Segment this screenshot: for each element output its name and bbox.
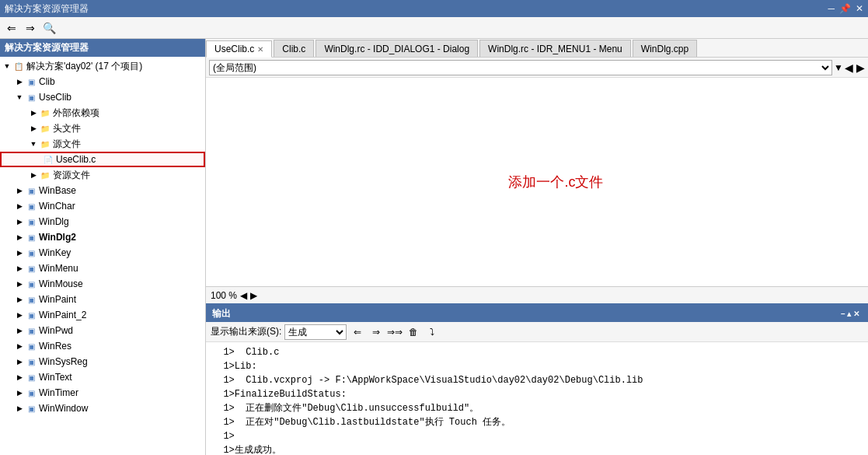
output-line-7: 1> [212,429,862,443]
sidebar-title: 解决方案资源管理器 [0,39,205,57]
output-source-select[interactable]: 生成 [284,324,347,340]
scope-select[interactable]: (全局范围) [209,60,832,75]
winwindow-icon: ▣ [25,402,37,415]
scope-nav-btn-1[interactable]: ◀ [845,61,853,74]
windlg-icon: ▣ [25,215,37,228]
folder-external-icon: 📁 [39,107,51,119]
toolbar-btn-search[interactable]: 🔍 [40,19,58,37]
expand-resources[interactable]: ▶ [28,170,39,180]
winwindow-label: WinWindow [37,403,88,414]
winres-icon: ▣ [25,340,37,352]
expand-solution[interactable]: ▼ [2,61,12,72]
tree-item-winmenu[interactable]: ▶ ▣ WinMenu [0,261,205,276]
output-btn-1[interactable]: ⇐ [350,324,365,340]
tree-item-wintimer[interactable]: ▶ ▣ WinTimer [0,385,205,401]
resources-label: 资源文件 [51,169,90,182]
tree-item-solution[interactable]: ▼ 📋 解决方案'day02' (17 个项目) [0,58,205,74]
winmouse-icon: ▣ [25,278,37,290]
expand-winwindow[interactable]: ▶ [14,403,25,414]
winbase-icon: ▣ [25,184,37,197]
sidebar: 解决方案资源管理器 ▼ 📋 解决方案'day02' (17 个项目) ▶ ▣ C… [0,39,206,455]
close-btn[interactable]: ✕ [856,3,863,14]
expand-headers[interactable]: ▶ [28,123,39,134]
expand-winkey[interactable]: ▶ [14,247,25,258]
solution-label: 解决方案'day02' (17 个项目) [25,60,142,73]
expand-wintext[interactable]: ▶ [14,372,25,383]
tree-item-winpwd[interactable]: ▶ ▣ WinPwd [0,323,205,338]
external-label: 外部依赖项 [51,107,99,120]
expand-winpaint[interactable]: ▶ [14,294,25,305]
expand-sources[interactable]: ▼ [28,138,39,149]
output-btn-wrap[interactable]: ⤵ [424,324,440,340]
zoom-nav-left[interactable]: ◀ [240,290,247,301]
expand-clib[interactable]: ▶ [14,76,25,87]
output-title-bar: 输出 – ▴ ✕ [206,305,868,322]
tree-item-clib[interactable]: ▶ ▣ Clib [0,74,205,89]
tree-item-winchar[interactable]: ▶ ▣ WinChar [0,198,205,214]
pin-btn[interactable]: 📌 [839,3,851,14]
expand-winres[interactable]: ▶ [14,341,25,352]
toolbar-btn-1[interactable]: ⇐ [3,19,20,37]
solution-icon: 📋 [12,60,25,72]
tree-item-sources[interactable]: ▼ 📁 源文件 [0,136,205,152]
tree-item-winmouse[interactable]: ▶ ▣ WinMouse [0,276,205,292]
folder-headers-icon: 📁 [39,122,51,135]
winpaint-label: WinPaint [37,294,76,305]
tree-item-winkey[interactable]: ▶ ▣ WinKey [0,245,205,261]
tree-container: ▼ 📋 解决方案'day02' (17 个项目) ▶ ▣ Clib ▼ ▣ Us… [0,57,205,455]
winsysreg-icon: ▣ [25,355,37,368]
tree-item-useclib[interactable]: ▼ ▣ UseClib [0,89,205,105]
output-btn-clear[interactable]: 🗑 [406,324,421,340]
tab-windlg-menu[interactable]: WinDlg.rc - IDR_MENU1 - Menu [479,40,631,57]
expand-windlg2[interactable]: ▶ [14,232,25,243]
tree-item-winwindow[interactable]: ▶ ▣ WinWindow [0,401,205,416]
windlg2-label: WinDlg2 [37,232,76,243]
expand-wintimer[interactable]: ▶ [14,387,25,398]
output-undock-btn[interactable]: – ▴ ✕ [838,310,862,318]
tree-item-winbase[interactable]: ▶ ▣ WinBase [0,183,205,198]
expand-winmenu[interactable]: ▶ [14,263,25,274]
expand-winsysreg[interactable]: ▶ [14,356,25,367]
expand-winmouse[interactable]: ▶ [14,278,25,289]
tree-item-winres[interactable]: ▶ ▣ WinRes [0,338,205,354]
wintext-icon: ▣ [25,371,37,383]
output-line-2: 1>Lib: [212,359,862,373]
tree-item-external[interactable]: ▶ 📁 外部依赖项 [0,105,205,121]
tree-item-winpaint[interactable]: ▶ ▣ WinPaint [0,292,205,307]
output-btn-2[interactable]: ⇒ [368,324,384,340]
zoom-nav-right[interactable]: ▶ [250,290,257,301]
minimize-btn[interactable]: ─ [828,3,835,14]
toolbar-btn-2[interactable]: ⇒ [22,19,39,37]
tab-useclib-c[interactable]: UseClib.c ✕ [206,40,272,58]
tab-windlg-cpp[interactable]: WinDlg.cpp [633,40,697,57]
tree-item-winpaint2[interactable]: ▶ ▣ WinPaint_2 [0,307,205,323]
tree-item-headers[interactable]: ▶ 📁 头文件 [0,121,205,136]
scope-nav-btn-2[interactable]: ▶ [856,61,865,74]
tree-item-winsysreg[interactable]: ▶ ▣ WinSysReg [0,354,205,369]
expand-winchar[interactable]: ▶ [14,201,25,212]
title-bar: 解决方案资源管理器 ─ 📌 ✕ [0,0,868,17]
expand-winpaint2[interactable]: ▶ [14,310,25,320]
editor-area[interactable]: 添加一个.c文件 [206,78,868,286]
tab-useclib-c-close[interactable]: ✕ [257,45,263,54]
tree-item-useclib-c[interactable]: 📄 UseClib.c [0,152,205,167]
tree-item-wintext[interactable]: ▶ ▣ WinText [0,369,205,385]
headers-label: 头文件 [51,122,81,135]
expand-external[interactable]: ▶ [28,107,39,118]
output-line-5: 1> 正在删除文件"Debug\Clib.unsuccessfulbuild"。 [212,401,862,415]
expand-winpwd[interactable]: ▶ [14,325,25,336]
output-line-8: 1>生成成功。 [212,443,862,455]
main-toolbar: ⇐ ⇒ 🔍 [0,17,868,39]
tree-item-windlg2[interactable]: ▶ ▣ WinDlg2 [0,229,205,245]
tree-item-windlg[interactable]: ▶ ▣ WinDlg [0,214,205,229]
winbase-label: WinBase [37,185,76,196]
expand-winbase[interactable]: ▶ [14,185,25,196]
tab-clib-c[interactable]: Clib.c [274,40,314,57]
output-content[interactable]: 1> Clib.c 1>Lib: 1> Clib.vcxproj -> F:\A… [206,342,868,455]
tab-windlg-dialog[interactable]: WinDlg.rc - IDD_DIALOG1 - Dialog [315,40,478,57]
output-btn-3[interactable]: ⇒⇒ [387,324,403,340]
expand-useclib[interactable]: ▼ [14,92,25,103]
wintimer-icon: ▣ [25,387,37,399]
tree-item-resources[interactable]: ▶ 📁 资源文件 [0,167,205,183]
expand-windlg[interactable]: ▶ [14,216,25,227]
